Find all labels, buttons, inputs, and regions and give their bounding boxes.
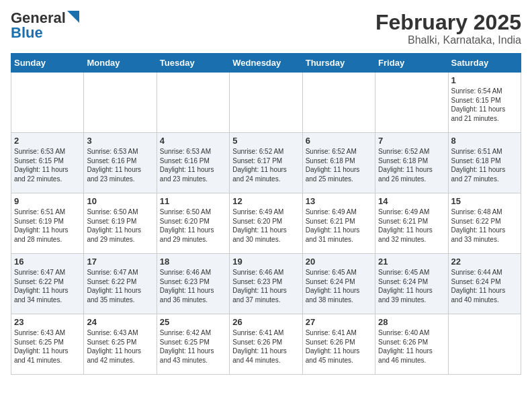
day-number: 13 [306, 196, 372, 206]
day-number: 23 [14, 317, 81, 327]
day-number: 21 [378, 257, 445, 267]
day-number: 6 [306, 136, 372, 146]
calendar-day-cell: 16Sunrise: 6:47 AMSunset: 6:22 PMDayligh… [11, 254, 84, 314]
calendar-table: SundayMondayTuesdayWednesdayThursdayFrid… [11, 53, 521, 375]
calendar-day-cell: 25Sunrise: 6:42 AMSunset: 6:25 PMDayligh… [157, 314, 229, 375]
calendar-day-cell: 3Sunrise: 6:53 AMSunset: 6:16 PMDaylight… [84, 133, 157, 193]
calendar-day-cell: 1Sunrise: 6:54 AMSunset: 6:15 PMDaylight… [448, 73, 521, 133]
calendar-week-row: 16Sunrise: 6:47 AMSunset: 6:22 PMDayligh… [11, 254, 521, 314]
calendar-day-cell: 26Sunrise: 6:41 AMSunset: 6:26 PMDayligh… [230, 314, 302, 375]
calendar-day-cell: 22Sunrise: 6:44 AMSunset: 6:24 PMDayligh… [448, 254, 521, 314]
day-info: Sunrise: 6:53 AMSunset: 6:15 PMDaylight:… [14, 147, 81, 183]
logo-blue-text: Blue [11, 26, 43, 40]
calendar-day-cell: 18Sunrise: 6:46 AMSunset: 6:23 PMDayligh… [157, 254, 229, 314]
month-title: February 2025 [375, 11, 521, 34]
day-info: Sunrise: 6:42 AMSunset: 6:25 PMDaylight:… [160, 328, 226, 365]
calendar-day-cell [375, 73, 448, 133]
day-info: Sunrise: 6:45 AMSunset: 6:24 PMDaylight:… [306, 268, 372, 304]
day-number: 28 [378, 317, 445, 327]
logo: General Blue [11, 11, 79, 40]
day-info: Sunrise: 6:47 AMSunset: 6:22 PMDaylight:… [14, 268, 81, 304]
day-info: Sunrise: 6:51 AMSunset: 6:18 PMDaylight:… [451, 147, 518, 183]
day-number: 4 [160, 136, 226, 146]
day-number: 26 [232, 317, 299, 327]
day-info: Sunrise: 6:46 AMSunset: 6:23 PMDaylight:… [160, 268, 226, 304]
calendar-day-cell: 9Sunrise: 6:51 AMSunset: 6:19 PMDaylight… [11, 193, 84, 254]
day-number: 7 [378, 136, 445, 146]
day-number: 15 [451, 196, 518, 206]
logo-general-text: General [11, 11, 66, 26]
day-number: 14 [378, 196, 445, 206]
calendar-weekday-thursday: Thursday [302, 54, 375, 73]
day-info: Sunrise: 6:41 AMSunset: 6:26 PMDaylight:… [306, 328, 372, 365]
calendar-day-cell: 23Sunrise: 6:43 AMSunset: 6:25 PMDayligh… [11, 314, 84, 375]
calendar-day-cell: 27Sunrise: 6:41 AMSunset: 6:26 PMDayligh… [302, 314, 375, 375]
day-number: 17 [87, 257, 153, 267]
calendar-day-cell: 13Sunrise: 6:49 AMSunset: 6:21 PMDayligh… [302, 193, 375, 254]
calendar-week-row: 1Sunrise: 6:54 AMSunset: 6:15 PMDaylight… [11, 73, 521, 133]
calendar-day-cell: 20Sunrise: 6:45 AMSunset: 6:24 PMDayligh… [302, 254, 375, 314]
location-title: Bhalki, Karnataka, India [375, 34, 521, 46]
day-number: 11 [160, 196, 226, 206]
calendar-day-cell: 24Sunrise: 6:43 AMSunset: 6:25 PMDayligh… [84, 314, 157, 375]
day-info: Sunrise: 6:53 AMSunset: 6:16 PMDaylight:… [87, 147, 153, 183]
calendar-day-cell: 21Sunrise: 6:45 AMSunset: 6:24 PMDayligh… [375, 254, 448, 314]
calendar-weekday-saturday: Saturday [448, 54, 521, 73]
day-info: Sunrise: 6:50 AMSunset: 6:20 PMDaylight:… [160, 208, 226, 244]
day-info: Sunrise: 6:50 AMSunset: 6:19 PMDaylight:… [87, 208, 153, 244]
page-header: General Blue February 2025 Bhalki, Karna… [11, 11, 521, 46]
day-info: Sunrise: 6:49 AMSunset: 6:20 PMDaylight:… [232, 208, 299, 244]
day-number: 9 [14, 196, 81, 206]
day-number: 18 [160, 257, 226, 267]
calendar-week-row: 23Sunrise: 6:43 AMSunset: 6:25 PMDayligh… [11, 314, 521, 375]
svg-marker-0 [67, 11, 79, 23]
day-number: 12 [232, 196, 299, 206]
calendar-day-cell [84, 73, 157, 133]
calendar-day-cell [157, 73, 229, 133]
calendar-day-cell: 17Sunrise: 6:47 AMSunset: 6:22 PMDayligh… [84, 254, 157, 314]
calendar-day-cell: 12Sunrise: 6:49 AMSunset: 6:20 PMDayligh… [230, 193, 302, 254]
calendar-weekday-friday: Friday [375, 54, 448, 73]
calendar-day-cell: 14Sunrise: 6:49 AMSunset: 6:21 PMDayligh… [375, 193, 448, 254]
day-number: 20 [306, 257, 372, 267]
day-number: 22 [451, 257, 518, 267]
day-number: 16 [14, 257, 81, 267]
day-info: Sunrise: 6:44 AMSunset: 6:24 PMDaylight:… [451, 268, 518, 304]
calendar-week-row: 2Sunrise: 6:53 AMSunset: 6:15 PMDaylight… [11, 133, 521, 193]
day-info: Sunrise: 6:45 AMSunset: 6:24 PMDaylight:… [378, 268, 445, 304]
day-info: Sunrise: 6:51 AMSunset: 6:19 PMDaylight:… [14, 208, 81, 244]
calendar-day-cell [302, 73, 375, 133]
calendar-day-cell: 10Sunrise: 6:50 AMSunset: 6:19 PMDayligh… [84, 193, 157, 254]
calendar-weekday-wednesday: Wednesday [230, 54, 302, 73]
day-info: Sunrise: 6:46 AMSunset: 6:23 PMDaylight:… [232, 268, 299, 304]
day-number: 19 [232, 257, 299, 267]
day-info: Sunrise: 6:54 AMSunset: 6:15 PMDaylight:… [451, 87, 518, 123]
calendar-weekday-tuesday: Tuesday [157, 54, 229, 73]
day-info: Sunrise: 6:47 AMSunset: 6:22 PMDaylight:… [87, 268, 153, 304]
calendar-day-cell: 8Sunrise: 6:51 AMSunset: 6:18 PMDaylight… [448, 133, 521, 193]
day-info: Sunrise: 6:52 AMSunset: 6:18 PMDaylight:… [378, 147, 445, 183]
calendar-day-cell: 5Sunrise: 6:52 AMSunset: 6:17 PMDaylight… [230, 133, 302, 193]
day-info: Sunrise: 6:40 AMSunset: 6:26 PMDaylight:… [378, 328, 445, 365]
calendar-weekday-monday: Monday [84, 54, 157, 73]
calendar-header-row: SundayMondayTuesdayWednesdayThursdayFrid… [11, 54, 521, 73]
calendar-day-cell: 19Sunrise: 6:46 AMSunset: 6:23 PMDayligh… [230, 254, 302, 314]
day-info: Sunrise: 6:43 AMSunset: 6:25 PMDaylight:… [14, 328, 81, 365]
day-number: 8 [451, 136, 518, 146]
day-number: 24 [87, 317, 153, 327]
day-number: 3 [87, 136, 153, 146]
day-info: Sunrise: 6:43 AMSunset: 6:25 PMDaylight:… [87, 328, 153, 365]
day-number: 1 [451, 75, 518, 85]
day-info: Sunrise: 6:53 AMSunset: 6:16 PMDaylight:… [160, 147, 226, 183]
calendar-day-cell [11, 73, 84, 133]
calendar-weekday-sunday: Sunday [11, 54, 84, 73]
day-number: 2 [14, 136, 81, 146]
day-info: Sunrise: 6:52 AMSunset: 6:17 PMDaylight:… [232, 147, 299, 183]
calendar-day-cell [448, 314, 521, 375]
calendar-day-cell: 11Sunrise: 6:50 AMSunset: 6:20 PMDayligh… [157, 193, 229, 254]
day-number: 25 [160, 317, 226, 327]
calendar-day-cell: 4Sunrise: 6:53 AMSunset: 6:16 PMDaylight… [157, 133, 229, 193]
day-number: 27 [306, 317, 372, 327]
day-number: 5 [232, 136, 299, 146]
day-info: Sunrise: 6:48 AMSunset: 6:22 PMDaylight:… [451, 208, 518, 244]
